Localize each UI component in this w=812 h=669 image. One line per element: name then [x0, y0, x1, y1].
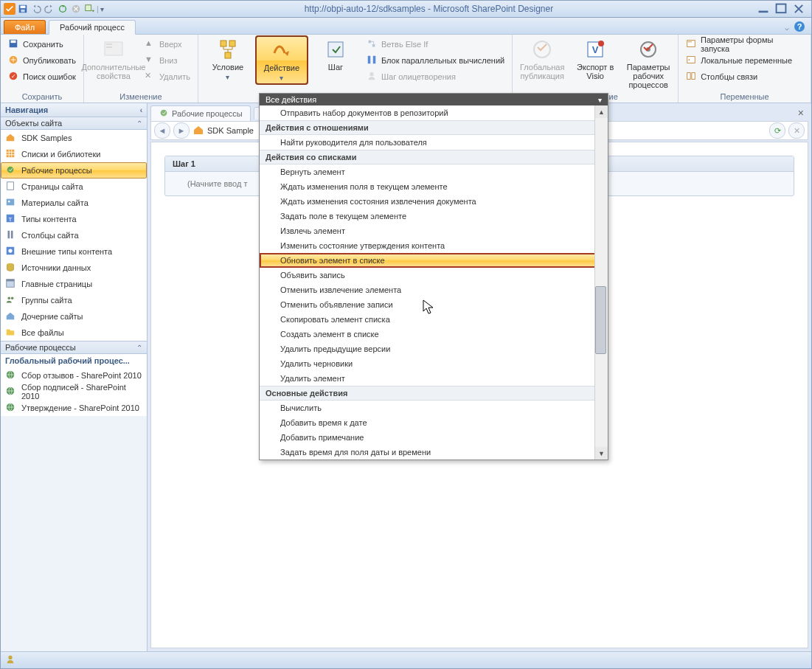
export-visio-button[interactable]: VЭкспорт в Visio [570, 36, 620, 82]
refresh-button[interactable]: ⟳ [769, 122, 785, 139]
action-item[interactable]: Ждать изменения поля в текущем элементе [260, 179, 608, 194]
action-item[interactable]: Изменить состояние утверждения контента [260, 238, 608, 253]
tab-workflow[interactable]: Рабочий процесс [49, 20, 136, 35]
minimize-button[interactable] [757, 4, 770, 14]
svg-rect-51 [7, 280, 15, 282]
svg-rect-38 [7, 150, 15, 158]
action-item[interactable]: Отменить объявление записи [260, 297, 608, 312]
action-item[interactable]: Добавить время к дате [260, 415, 608, 430]
action-item[interactable]: Удалить предыдущие версии [260, 342, 608, 356]
scroll-down-icon[interactable]: ▼ [595, 447, 608, 460]
svg-rect-21 [225, 52, 231, 58]
forward-button[interactable]: ► [173, 122, 190, 139]
type-icon: T [5, 213, 17, 225]
scroll-up-icon[interactable]: ▲ [595, 105, 608, 118]
move-down-button: ▼Вниз [142, 52, 193, 69]
window-title: http://obpi-auto-12/sdksamples - Microso… [107, 4, 751, 14]
action-item[interactable]: Создать элемент в списке [260, 327, 608, 342]
step-button[interactable]: Шаг [310, 36, 361, 73]
dropdown-icon[interactable] [83, 3, 95, 15]
doc-tab-workflows[interactable]: Рабочие процессы [150, 105, 251, 121]
redo-icon[interactable] [44, 3, 55, 15]
action-item[interactable]: Обновить элемент в списке [260, 253, 608, 268]
refresh-icon[interactable] [57, 3, 69, 15]
action-item[interactable]: Задать поле в текущем элементе [260, 209, 608, 223]
form-params-button[interactable]: Параметры формы запуска [683, 36, 806, 52]
action-item[interactable]: Найти руководителя для пользователя [260, 135, 608, 150]
help-icon[interactable]: ? [794, 21, 805, 34]
svg-rect-19 [221, 41, 226, 46]
action-button[interactable]: Действие▾ [256, 36, 308, 84]
sidebar-item-12[interactable]: Все файлы [1, 325, 147, 341]
ribbon-minimize-icon[interactable]: ⌵ [785, 24, 789, 32]
action-item[interactable]: Задать время для поля даты и времени [260, 445, 608, 460]
dropdown-header[interactable]: Все действия▾ [260, 94, 608, 105]
sidebar-item-1[interactable]: Списки и библиотеки [1, 146, 147, 162]
action-category: Действия со списками [260, 150, 608, 164]
qat-customize-icon[interactable]: ▾ [100, 5, 104, 13]
sidebar-item-6[interactable]: Столбцы сайта [1, 227, 147, 243]
scroll-thumb[interactable] [595, 286, 606, 354]
back-button[interactable]: ◄ [154, 122, 170, 139]
sidebar-item-3[interactable]: Страницы сайта [1, 178, 147, 195]
action-item[interactable]: Удалить черновики [260, 356, 608, 371]
wf-item-1[interactable]: Сбор подписей - SharePoint 2010 [1, 384, 147, 400]
nav-workflows-header[interactable]: Рабочие процессы⌃ [1, 342, 147, 354]
users-icon [5, 294, 17, 306]
home-icon[interactable] [192, 124, 204, 137]
close-button[interactable] [792, 4, 805, 14]
publish-button[interactable]: Опубликовать [5, 52, 79, 69]
action-item[interactable]: Извлечь элемент [260, 223, 608, 238]
stop-button[interactable]: ✕ [788, 122, 805, 139]
wf-item-0[interactable]: Сбор отзывов - SharePoint 2010 [1, 367, 147, 384]
parallel-button[interactable]: Блок параллельных вычислений [364, 52, 507, 69]
save-button[interactable]: Сохранить [5, 36, 79, 52]
tab-file[interactable]: Файл [4, 20, 46, 34]
svg-point-42 [8, 201, 10, 203]
master-icon [5, 278, 17, 290]
action-item[interactable]: Скопировать элемент списка [260, 312, 608, 327]
sidebar-item-4[interactable]: Материалы сайта [1, 195, 147, 211]
sidebar-item-0[interactable]: SDK Samples [1, 130, 147, 146]
svg-point-29 [598, 41, 604, 46]
svg-point-39 [7, 167, 14, 173]
action-item[interactable]: Добавить примечание [260, 430, 608, 445]
sidebar-item-2[interactable]: Рабочие процессы [1, 162, 147, 178]
condition-button[interactable]: Условие▾ [203, 36, 253, 83]
nav-subheader[interactable]: Объекты сайта⌃ [1, 117, 147, 130]
svg-rect-2 [21, 6, 26, 9]
sidebar-item-10[interactable]: Группы сайта [1, 292, 147, 308]
wf-settings-button[interactable]: Параметры рабочих процессов [623, 36, 673, 91]
undo-icon[interactable] [30, 3, 42, 15]
sidebar-item-9[interactable]: Главные страницы [1, 276, 147, 292]
wf-item-2[interactable]: Утверждение - SharePoint 2010 [1, 400, 147, 416]
maximize-button[interactable] [774, 4, 788, 14]
action-item[interactable]: Вычислить [260, 401, 608, 415]
svg-rect-12 [11, 41, 16, 44]
save-icon[interactable] [17, 3, 29, 15]
sidebar-item-11[interactable]: Дочерние сайты [1, 308, 147, 325]
collapse-icon[interactable]: ‹ [140, 106, 142, 114]
action-item[interactable]: Отправить набор документов в репозиторий [260, 105, 608, 120]
scrollbar[interactable]: ▲ ▼ [594, 105, 608, 460]
sidebar-item-7[interactable]: Внешние типы контента [1, 243, 147, 260]
ribbon-tabstrip: Файл Рабочий процесс ⌵ ? [1, 18, 811, 35]
check-errors-button[interactable]: ✓Поиск ошибок [5, 69, 79, 85]
action-item[interactable]: Вернуть элемент [260, 164, 608, 179]
db-icon [5, 262, 17, 274]
action-item[interactable]: Объявить запись [260, 268, 608, 282]
local-vars-button[interactable]: Локальные переменные [683, 52, 806, 69]
tab-close-icon[interactable]: × [794, 107, 808, 119]
action-item[interactable]: Отменить извлечение элемента [260, 282, 608, 297]
sidebar-item-5[interactable]: TТипы контента [1, 211, 147, 227]
svg-rect-20 [229, 41, 235, 46]
sidebar-item-8[interactable]: Источники данных [1, 260, 147, 276]
action-item[interactable]: Ждать изменения состояния извлечения док… [260, 194, 608, 209]
svg-rect-37 [692, 73, 695, 80]
stop-icon[interactable] [70, 3, 82, 15]
svg-text:✓: ✓ [11, 73, 16, 80]
svg-rect-46 [11, 231, 13, 239]
svg-rect-34 [687, 57, 695, 63]
action-item[interactable]: Удалить элемент [260, 371, 608, 386]
assoc-cols-button[interactable]: Столбцы связи [683, 69, 806, 85]
